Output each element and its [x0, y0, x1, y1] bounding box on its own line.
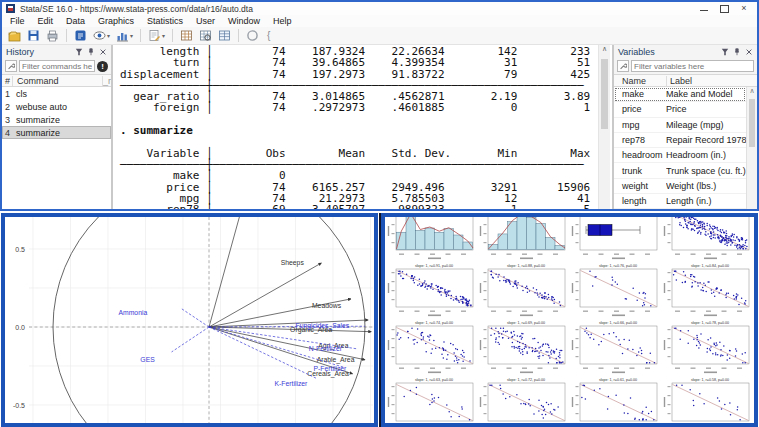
graph-dropdown-caret[interactable]: ▾: [130, 32, 133, 39]
log-button[interactable]: [73, 28, 88, 43]
print-button[interactable]: [45, 28, 60, 43]
graph-button[interactable]: ▾: [115, 28, 134, 43]
open-button[interactable]: [7, 28, 22, 43]
screenshot-root: Stata/SE 16.0 - https://www.stata-press.…: [0, 0, 759, 427]
grid-cell-scatter-11: slope: 1, r=0.78, p=0.00: [662, 319, 754, 376]
history-col-rc[interactable]: _rc: [102, 76, 111, 86]
do-block-button[interactable]: {: [264, 28, 279, 43]
menu-item-statistics[interactable]: Statistics: [147, 16, 183, 26]
pca-correlation-circle-plot: 0.50.0-0.5SheepsMeadowsOrganic_AreaAgri_…: [5, 217, 374, 423]
variable-name: rep78: [614, 135, 666, 145]
menu-item-data[interactable]: Data: [66, 16, 85, 26]
history-row-num: 1: [2, 89, 12, 99]
svg-text:slope: 1, r=0.88, p=0.00: slope: 1, r=0.88, p=0.00: [507, 264, 545, 268]
variable-label: Trunk space (cu. ft.): [666, 166, 746, 176]
results-scrollbar[interactable]: ∧: [598, 45, 610, 209]
variable-row[interactable]: headroomHeadroom (in.): [614, 148, 746, 163]
variables-col-label[interactable]: Label: [666, 76, 757, 86]
history-panel-title: History: [6, 47, 75, 57]
svg-text:slope: 1, r=0.61, p=0.00: slope: 1, r=0.61, p=0.00: [599, 378, 637, 382]
variable-row[interactable]: lengthLength (in.): [614, 194, 746, 209]
history-row[interactable]: 4summarize: [2, 126, 111, 139]
svg-text:slope: 1, r=0.84, p=0.00: slope: 1, r=0.84, p=0.00: [691, 264, 729, 268]
history-filter-input[interactable]: [19, 60, 95, 72]
pin-icon[interactable]: [87, 48, 95, 56]
viewer-button[interactable]: ▾: [92, 28, 111, 43]
variables-column-header: Name Label: [614, 74, 757, 87]
history-panel-icons: [75, 48, 107, 56]
menu-item-edit[interactable]: Edit: [38, 16, 54, 26]
window-title: Stata/SE 16.0 - https://www.stata-press.…: [20, 4, 694, 14]
svg-text:slope: 1, r=0.91, p=0.00: slope: 1, r=0.91, p=0.00: [415, 264, 453, 268]
filter-icon[interactable]: [721, 48, 729, 56]
menu-item-help[interactable]: Help: [273, 16, 292, 26]
history-column-header: # Command _rc: [2, 74, 111, 87]
data-browser-button[interactable]: [198, 28, 213, 43]
viewer-dropdown-caret[interactable]: ▾: [107, 32, 110, 39]
history-row-num: 4: [2, 128, 12, 138]
variable-row[interactable]: makeMake and Model: [614, 87, 746, 102]
menu-item-window[interactable]: Window: [228, 16, 260, 26]
close-icon[interactable]: [745, 48, 753, 56]
grid-cell-scatter-4: slope: 1, r=0.91, p=0.00: [386, 262, 478, 319]
menu-item-file[interactable]: File: [10, 16, 25, 26]
variable-name: length: [614, 196, 666, 206]
toolbar-separator: [238, 29, 239, 42]
do-block-icon: {: [265, 29, 278, 42]
variable-row[interactable]: rep78Repair Record 1978: [614, 133, 746, 148]
wrench-icon[interactable]: [5, 60, 17, 72]
history-row-command: summarize: [12, 115, 111, 125]
save-button[interactable]: [26, 28, 41, 43]
close-button[interactable]: ×: [739, 4, 749, 13]
variable-name: price: [614, 104, 666, 114]
history-row[interactable]: 3summarize: [2, 113, 111, 126]
biplot-variable-label: Meadows: [312, 302, 342, 309]
title-bar: Stata/SE 16.0 - https://www.stata-press.…: [2, 2, 757, 15]
variable-row[interactable]: mpgMileage (mpg): [614, 118, 746, 133]
pin-icon[interactable]: [733, 48, 741, 56]
menu-item-graphics[interactable]: Graphics: [98, 16, 134, 26]
alert-badge-icon[interactable]: !: [97, 61, 108, 72]
history-col-command[interactable]: Command: [12, 76, 102, 86]
variables-panel-header: Variables: [614, 45, 757, 58]
variable-row[interactable]: trunkTrunk space (cu. ft.): [614, 163, 746, 178]
wrench-icon[interactable]: [617, 60, 629, 72]
variable-label: Headroom (in.): [666, 150, 746, 160]
maximize-button[interactable]: [719, 4, 729, 13]
history-col-num[interactable]: #: [2, 76, 12, 86]
biplot-variable-label: Arable_Area: [317, 356, 355, 364]
filter-icon[interactable]: [75, 48, 83, 56]
grid-cell-scatter-6: slope: 1, r=0.76, p=0.00: [570, 262, 662, 319]
history-panel-header: History: [2, 45, 111, 58]
variables-rows: makeMake and ModelpricePricempgMileage (…: [614, 87, 746, 209]
close-icon[interactable]: [99, 48, 107, 56]
svg-text:-0.5: -0.5: [13, 402, 25, 409]
do-editor-dropdown-caret[interactable]: ▾: [162, 32, 165, 39]
variables-col-name[interactable]: Name: [614, 76, 666, 86]
minimize-button[interactable]: [699, 4, 709, 13]
svg-text:slope: 1, r=0.76, p=0.00: slope: 1, r=0.76, p=0.00: [599, 264, 637, 268]
grid-cell-hist-1: [478, 213, 570, 262]
biplot-variable-label: N-Fertilizer: [309, 345, 343, 352]
grid-cell-scatter-13: slope: 1, r=0.72, p=0.00: [478, 376, 570, 427]
variable-row[interactable]: pricePrice: [614, 102, 746, 117]
more-button[interactable]: [245, 28, 260, 43]
results-pane: length │ 74 187.9324 22.26634 142 233 tu…: [115, 45, 598, 209]
history-row-command: cls: [12, 89, 111, 99]
svg-text:{: {: [267, 30, 271, 41]
history-row[interactable]: 2webuse auto: [2, 100, 111, 113]
variables-scrollbar[interactable]: ∧: [746, 87, 757, 209]
menu-bar: FileEditDataGraphicsStatisticsUserWindow…: [2, 15, 757, 27]
history-row[interactable]: 1cls: [2, 87, 111, 100]
toolbar-separator: [66, 29, 67, 42]
variables-filter-input[interactable]: [631, 60, 754, 72]
menu-item-user[interactable]: User: [196, 16, 215, 26]
variable-row[interactable]: weightWeight (lbs.): [614, 179, 746, 194]
variables-manager-button[interactable]: [217, 28, 232, 43]
do-editor-button[interactable]: ▾: [147, 28, 166, 43]
results-line: make │ 0: [120, 170, 598, 181]
results-line: . summarize: [120, 125, 598, 136]
biplot-variable-label: Ammonia: [119, 309, 148, 316]
results-line: foreign │ 74 .2972973 .4601885 0 1: [120, 102, 598, 113]
data-editor-button[interactable]: [179, 28, 194, 43]
